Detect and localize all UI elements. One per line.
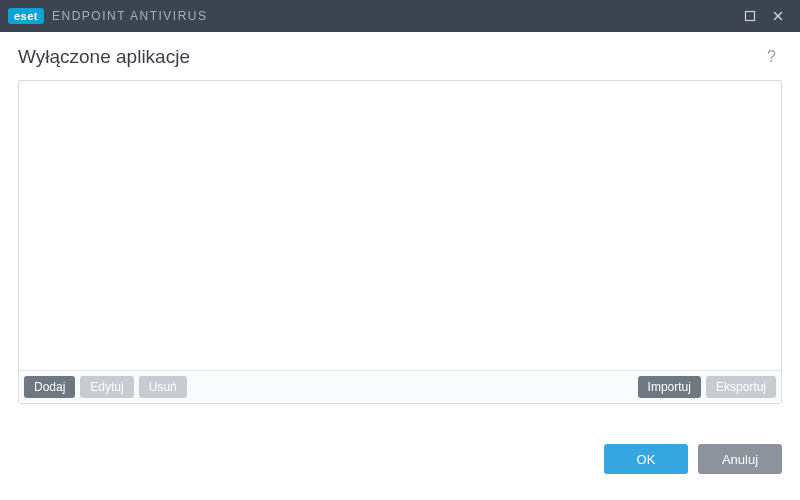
svg-rect-0 xyxy=(746,12,755,21)
delete-button: Usuń xyxy=(139,376,187,398)
maximize-icon xyxy=(744,10,756,22)
maximize-button[interactable] xyxy=(736,2,764,30)
titlebar: eset ENDPOINT ANTIVIRUS xyxy=(0,0,800,32)
add-button[interactable]: Dodaj xyxy=(24,376,75,398)
content-area: Wyłączone aplikacje ? Dodaj Edytuj Usuń … xyxy=(0,32,800,414)
list-toolbar: Dodaj Edytuj Usuń Importuj Eksportuj xyxy=(19,371,781,403)
product-name: ENDPOINT ANTIVIRUS xyxy=(52,9,207,23)
close-icon xyxy=(772,10,784,22)
import-button[interactable]: Importuj xyxy=(638,376,701,398)
cancel-button[interactable]: Anuluj xyxy=(698,444,782,474)
ok-button[interactable]: OK xyxy=(604,444,688,474)
excluded-apps-panel: Dodaj Edytuj Usuń Importuj Eksportuj xyxy=(18,80,782,404)
export-button: Eksportuj xyxy=(706,376,776,398)
page-title: Wyłączone aplikacje xyxy=(18,46,761,68)
header-row: Wyłączone aplikacje ? xyxy=(18,46,782,68)
help-icon[interactable]: ? xyxy=(761,46,782,68)
edit-button: Edytuj xyxy=(80,376,133,398)
brand-badge: eset xyxy=(8,8,44,24)
excluded-apps-list[interactable] xyxy=(19,81,781,371)
dialog-footer: OK Anuluj xyxy=(0,414,800,488)
close-button[interactable] xyxy=(764,2,792,30)
